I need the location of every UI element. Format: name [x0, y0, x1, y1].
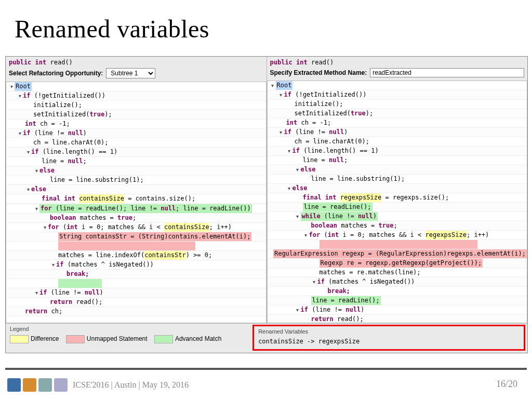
refactoring-select[interactable]: Subtree 1	[106, 68, 155, 78]
slide-title: Renamed variables	[15, 15, 209, 43]
chevron-down-icon[interactable]: ▾	[286, 184, 292, 193]
chevron-down-icon[interactable]: ▾	[286, 147, 292, 155]
swatch-advanced	[154, 335, 173, 343]
right-tree[interactable]: ▾Root ▾if (!getInitialized()) initialize…	[267, 81, 528, 323]
logo-icon	[38, 378, 52, 392]
logo-icon	[7, 378, 21, 392]
root-node[interactable]: Root	[15, 82, 32, 91]
chevron-down-icon[interactable]: ▾	[33, 288, 39, 297]
left-signature: public int read()	[6, 57, 267, 66]
refactoring-label: Select Refactoring Opportunity:	[9, 70, 103, 77]
right-signature: public int read()	[267, 57, 528, 66]
swatch-difference	[10, 335, 29, 343]
chevron-down-icon[interactable]: ▾	[33, 204, 39, 213]
right-pane: public int read() Specify Extracted Meth…	[267, 57, 528, 323]
footer-logos	[7, 378, 68, 392]
chevron-down-icon[interactable]: ▾	[25, 148, 31, 156]
swatch-unmapped	[66, 335, 85, 343]
chevron-down-icon[interactable]: ▾	[295, 165, 301, 174]
page-number: 16/20	[496, 379, 517, 390]
chevron-down-icon[interactable]: ▾	[295, 212, 301, 221]
renamed-variables-box: Renamed Variables containsSize -> regexp…	[252, 325, 525, 351]
chevron-down-icon[interactable]: ▾	[278, 90, 284, 99]
chevron-down-icon[interactable]: ▾	[17, 91, 23, 100]
left-pane: public int read() Select Refactoring Opp…	[6, 57, 267, 323]
left-tree[interactable]: ▾Root ▾if (!getInitialized()) initialize…	[6, 82, 267, 323]
compare-panel: public int read() Select Refactoring Opp…	[5, 56, 528, 353]
chevron-down-icon[interactable]: ▾	[278, 128, 284, 137]
chevron-down-icon[interactable]: ▾	[17, 129, 23, 138]
chevron-down-icon[interactable]: ▾	[25, 185, 31, 194]
chevron-down-icon[interactable]: ▾	[42, 223, 48, 232]
bottom-bar: Legend Difference Unmapped Statement Adv…	[6, 323, 527, 353]
chevron-down-icon[interactable]: ▾	[8, 82, 15, 91]
chevron-down-icon[interactable]: ▾	[311, 277, 317, 286]
logo-icon	[54, 378, 68, 392]
chevron-down-icon[interactable]: ▾	[33, 166, 39, 175]
method-name-input[interactable]	[370, 68, 524, 77]
logo-icon	[23, 378, 36, 392]
chevron-down-icon[interactable]: ▾	[303, 231, 309, 240]
footer-text: ICSE'2016 | Austin | May 19, 2016	[73, 380, 189, 390]
root-node[interactable]: Root	[276, 81, 293, 90]
legend: Legend Difference Unmapped Statement Adv…	[6, 324, 251, 353]
chevron-down-icon[interactable]: ▾	[270, 81, 276, 90]
chevron-down-icon[interactable]: ▾	[50, 260, 56, 269]
chevron-down-icon[interactable]: ▾	[295, 305, 301, 314]
method-name-label: Specify Extracted Method Name:	[270, 69, 367, 76]
slide-footer: ICSE'2016 | Austin | May 19, 2016 16/20	[0, 362, 532, 399]
